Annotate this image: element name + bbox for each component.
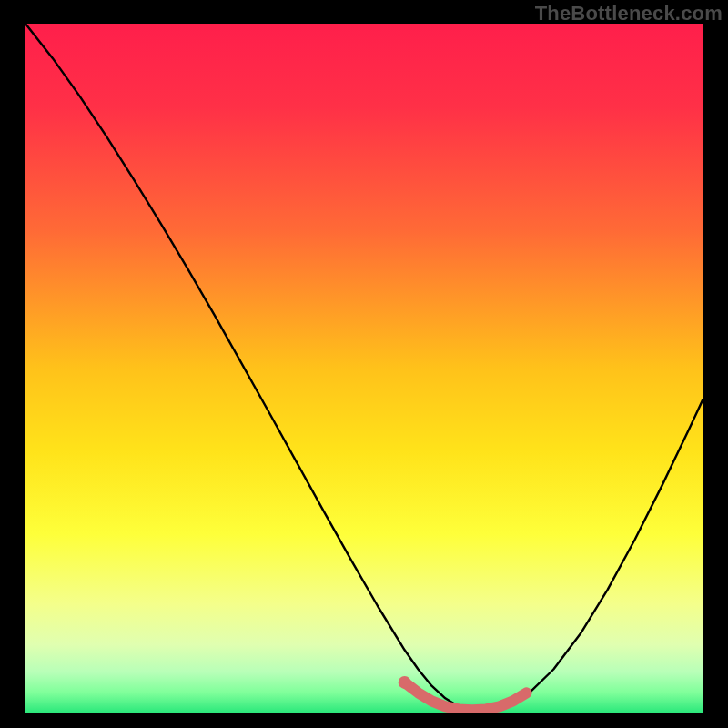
gradient-background	[25, 24, 703, 713]
watermark-label: TheBottleneck.com	[535, 2, 723, 25]
chart-svg	[25, 24, 703, 713]
highlight-dot	[399, 676, 411, 689]
plot-area	[25, 24, 703, 713]
chart-container: TheBottleneck.com	[0, 0, 728, 728]
